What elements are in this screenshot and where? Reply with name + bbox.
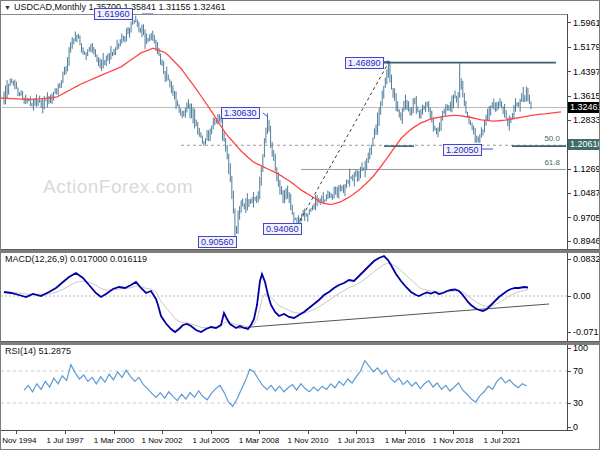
price-tick-label: 0.97050 [573,213,600,223]
price-tick-label: 1.51790 [573,42,600,52]
axis-tick [567,47,571,48]
axis-tick [567,348,571,349]
axis-tick [65,430,66,434]
axis-tick [502,430,503,434]
axis-tick [16,430,17,434]
rsi-canvas[interactable] [1,345,567,430]
axis-tick [567,259,571,260]
date-tick-label: 1 Mar 2016 [385,436,425,445]
panel-separator[interactable] [1,341,600,345]
price-tick-label: 1.04870 [573,188,600,198]
axis-tick [259,430,260,434]
axis-tick [405,430,406,434]
axis-tick [567,71,571,72]
macd-title: MACD(12,26,9) 0.017000 0.016119 [5,254,147,264]
axis-tick [453,430,454,434]
rsi-tick-label: 0 [573,422,578,432]
symbol-dropdown-arrow-icon[interactable]: ▼ [4,4,11,11]
axis-tick [567,403,571,404]
axis-tick [567,22,571,23]
rsi-title: RSI(14) 51.2875 [5,346,71,356]
date-tick-label: 1 Nov 2002 [142,436,183,445]
axis-tick [567,371,571,372]
price-annotation-label[interactable]: 1.30630 [221,107,260,119]
macd-tick-label: 0.083235 [573,254,600,264]
current-price-badge: 1.32461 [568,102,600,113]
price-annotation-label[interactable]: 0.90560 [198,236,237,248]
chart-window: ▼USDCAD,Monthly 1.35700 1.35841 1.31155 … [0,0,600,450]
axis-tick [567,217,571,218]
macd-tick-label: 0.00 [573,291,591,301]
axis-tick [567,96,571,97]
symbol-title: USDCAD,Monthly [14,2,86,12]
axis-tick [356,430,357,434]
macd-canvas[interactable] [1,253,567,341]
panel-separator[interactable] [1,249,600,253]
fib-level-label: 61.8 [542,158,560,167]
date-tick-label: 1 Mar 2008 [239,436,279,445]
axis-tick [162,430,163,434]
main-panel-top-border [1,14,567,15]
axis-tick [567,241,571,242]
axis-tick [567,427,571,428]
price-axis-spine [567,14,568,431]
price-tick-label: 0.89460 [573,236,600,246]
date-tick-label: 1 Nov 2010 [288,436,329,445]
price-tick-label: 1.59610 [573,18,600,28]
macd-tick-label: -0.071752 [573,327,600,337]
date-tick-label: 1 Jul 2021 [484,436,521,445]
rsi-tick-label: 30 [573,398,583,408]
price-tick-label: 1.28330 [573,115,600,125]
axis-tick [567,169,571,170]
price-annotation-label[interactable]: 1.46890 [345,57,384,69]
price-tick-label: 1.12690 [573,164,600,174]
fib-price-badge: 1.20610 [568,139,600,150]
axis-tick [567,120,571,121]
date-tick-label: 1 Nov 1994 [0,436,36,445]
axis-tick [211,430,212,434]
price-annotation-label[interactable]: 0.94060 [263,223,302,235]
date-tick-label: 1 Jul 2005 [193,436,230,445]
axis-tick [567,193,571,194]
axis-tick [114,430,115,434]
date-tick-label: 1 Jul 1997 [47,436,84,445]
price-tick-label: 1.36150 [573,91,600,101]
rsi-tick-label: 70 [573,366,583,376]
axis-tick [308,430,309,434]
price-annotation-label[interactable]: 1.61960 [94,8,133,20]
date-tick-label: 1 Mar 2000 [94,436,134,445]
time-axis-spine [1,430,573,431]
price-tick-label: 1.43970 [573,67,600,77]
main-chart-canvas[interactable] [1,1,567,249]
axis-tick [567,332,571,333]
fib-level-label: 50.0 [542,134,560,143]
date-tick-label: 1 Nov 2018 [433,436,474,445]
date-tick-label: 1 Jul 2013 [338,436,375,445]
axis-tick [567,296,571,297]
price-annotation-label[interactable]: 1.20050 [443,144,482,156]
